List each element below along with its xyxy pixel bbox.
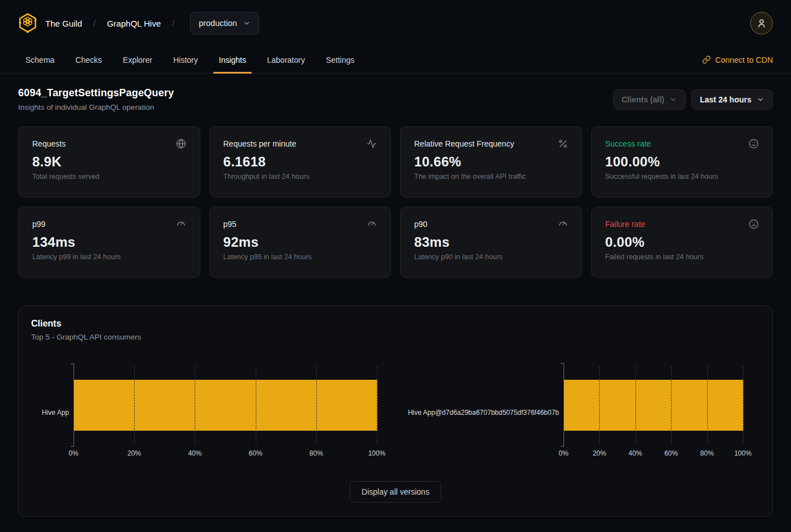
chart-plot-area [74,366,377,444]
x-axis-labels: 0%20%40%60%80%100% [564,449,743,458]
percent-icon [558,139,568,149]
chart-category-label: Hive App [31,366,74,458]
user-icon [756,18,767,28]
breadcrumb-separator: / [90,19,99,28]
stat-subtitle: Latency p95 in last 24 hours [223,253,377,261]
stat-card-success-rate: Success rate 100.00% Successful requests… [591,126,773,198]
stat-subtitle: Latency p90 in last 24 hours [414,253,568,261]
display-all-versions-button[interactable]: Display all versions [350,481,441,503]
page-subtitle: Insights of individual GraphQL operation [18,103,174,111]
stat-value: 0.00% [605,234,759,250]
stat-subtitle: Throughput in last 24 hours [223,173,377,181]
breadcrumb-project[interactable]: GraphQL Hive [107,19,161,28]
chevron-down-icon [756,96,764,104]
x-axis-tick-label: 80% [309,449,323,457]
tab-schema[interactable]: Schema [20,46,60,73]
clients-panel-title: Clients [31,319,760,329]
gridline [134,366,135,444]
stat-value: 6.1618 [223,154,377,170]
gauge-icon [367,219,377,229]
stat-subtitle: Failed requests in last 24 hours [605,253,759,261]
tab-checks[interactable]: Checks [70,46,108,73]
tab-history[interactable]: History [167,46,204,73]
stat-subtitle: The impact on the overall API traffic [414,173,568,181]
stat-card-p95: p95 92ms Latency p95 in last 24 hours [209,207,392,278]
main-navigation: Schema Checks Explorer History Insights … [0,46,791,74]
clients-panel-subtitle: Top 5 - GraphQL API consumers [31,333,760,341]
globe-icon [176,139,186,149]
stat-label: Success rate [605,139,651,148]
x-axis-tick-label: 80% [700,449,714,457]
gridline [377,366,377,444]
page-head: 6094_TargetSettingsPageQuery Insights of… [18,87,773,111]
guild-hive-logo-icon [18,12,37,34]
nav-tabs: Schema Checks Explorer History Insights … [20,46,370,73]
x-axis-tick-label: 20% [127,449,141,457]
period-filter-dropdown[interactable]: Last 24 hours [691,89,773,110]
clients-filter-dropdown[interactable]: Clients (all) [613,89,686,110]
x-axis-tick-label: 0% [68,449,78,457]
stat-card-failure-rate: Failure rate 0.00% Failed requests in la… [591,207,773,278]
target-selector-value: production [199,19,237,28]
stat-label: p90 [414,220,427,229]
filter-controls: Clients (all) Last 24 hours [613,89,773,110]
x-axis-labels: 0%20%40%60%80%100% [74,449,377,458]
stat-card-requests: Requests 8.9K Total requests served [18,126,200,198]
x-axis-tick-label: 40% [188,449,201,457]
tab-insights[interactable]: Insights [213,46,252,73]
x-axis-tick-label: 40% [629,449,642,457]
clients-panel: Clients Top 5 - GraphQL API consumers Hi… [18,306,773,517]
chevron-down-icon [243,19,251,27]
stat-label: Requests per minute [223,139,296,148]
page-title: 6094_TargetSettingsPageQuery [18,87,174,99]
tab-explorer[interactable]: Explorer [117,46,158,73]
x-axis-tick-label: 0% [558,449,568,457]
stat-subtitle: Successful requests in last 24 hours [605,173,759,181]
period-filter-value: Last 24 hours [700,95,751,104]
stat-label: Requests [32,139,66,148]
stat-card-rpm: Requests per minute 6.1618 Throughput in… [209,126,392,198]
tab-settings[interactable]: Settings [320,46,360,73]
stat-label: Relative Request Frequency [414,139,514,148]
chevron-down-icon [669,96,677,104]
gridline [256,366,256,444]
breadcrumb-separator: / [169,19,178,28]
chart-category-label: Hive App@d7d6a29ba6707bbd5075df376f46b07… [409,366,564,458]
client-charts: Hive App 0%20%40%60%80%100% Hive App@d7d… [31,366,760,458]
connect-to-cdn-label: Connect to CDN [715,55,773,65]
stat-value: 10.66% [414,154,568,170]
clients-filter-value: Clients (all) [622,95,664,104]
chart-plot-area [564,366,743,444]
user-avatar[interactable] [750,12,773,35]
stat-label: p95 [223,220,237,229]
client-bar-chart-1: Hive App 0%20%40%60%80%100% [31,366,377,458]
gauge-icon [176,219,186,229]
stat-card-relative-frequency: Relative Request Frequency 10.66% The im… [400,126,582,198]
x-axis-tick-label: 20% [592,449,606,457]
breadcrumb-org[interactable]: The Guild [45,19,82,28]
stat-value: 8.9K [32,154,186,170]
page-content: 6094_TargetSettingsPageQuery Insights of… [0,87,791,517]
client-traffic-bar[interactable] [564,380,743,431]
client-traffic-bar[interactable] [74,380,377,431]
stat-label: p99 [32,220,45,229]
tab-laboratory[interactable]: Laboratory [261,46,311,73]
activity-icon [367,139,377,149]
gridline [599,366,600,444]
gridline [707,366,708,444]
gridline [635,366,636,444]
smile-icon [749,139,759,149]
x-axis-tick-label: 60% [249,449,263,457]
x-axis-tick-label: 100% [734,449,752,457]
connect-to-cdn-link[interactable]: Connect to CDN [702,46,773,73]
gridline [316,366,317,444]
stat-value: 100.00% [605,154,759,170]
frown-icon [749,219,759,229]
x-axis-tick-label: 100% [368,449,386,457]
stat-subtitle: Latency p99 in last 24 hours [32,253,186,261]
x-axis-tick-label: 60% [664,449,678,457]
target-selector-dropdown[interactable]: production [190,12,259,35]
stat-label: Failure rate [605,220,646,229]
stat-value: 134ms [32,234,186,250]
stats-row-2: p99 134ms Latency p99 in last 24 hours p… [18,207,773,278]
